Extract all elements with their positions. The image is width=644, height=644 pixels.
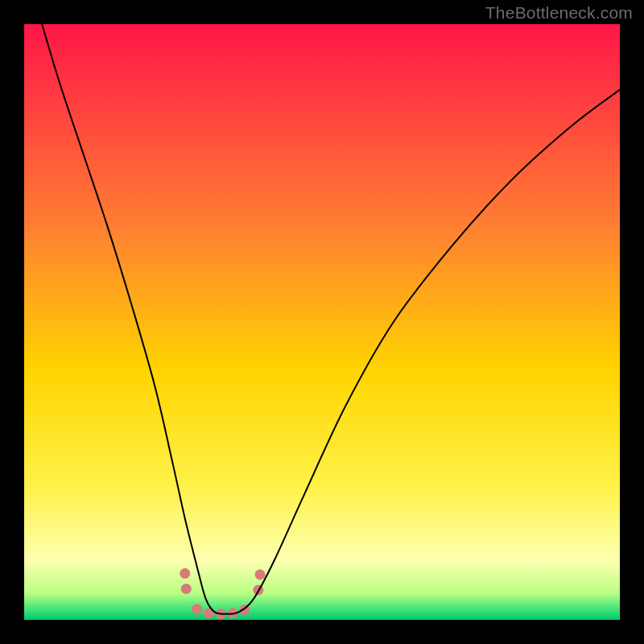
marker-point xyxy=(181,584,192,594)
plot-area xyxy=(24,24,620,620)
marker-point xyxy=(180,568,190,579)
marker-points xyxy=(180,568,265,619)
curve-layer xyxy=(24,24,620,620)
marker-point xyxy=(192,604,202,614)
bottleneck-curve xyxy=(42,24,620,614)
marker-point xyxy=(255,569,266,580)
watermark-text: TheBottleneck.com xyxy=(485,3,633,23)
chart-frame: TheBottleneck.com xyxy=(0,0,644,644)
